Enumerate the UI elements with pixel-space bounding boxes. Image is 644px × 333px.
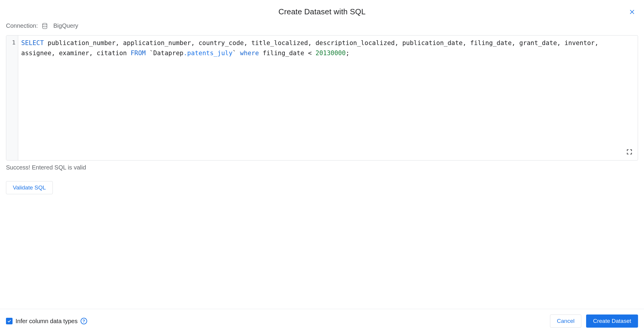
sql-schema: Dataprep — [153, 50, 184, 57]
sql-table: patents_july — [187, 50, 232, 57]
sql-number: 20130000 — [315, 50, 346, 57]
checkmark-icon — [7, 319, 12, 323]
connection-name: BigQuery — [53, 22, 78, 29]
close-button[interactable] — [628, 8, 636, 16]
close-icon — [629, 9, 635, 15]
footer-left: Infer column data types ? — [6, 318, 87, 325]
editor-gutter: 1 — [6, 36, 18, 160]
footer-right: Cancel Create Dataset — [550, 314, 638, 328]
create-dataset-dialog: Create Dataset with SQL Connection: BigQ… — [0, 0, 644, 333]
svg-point-0 — [42, 23, 47, 25]
sql-keyword-from: FROM — [131, 50, 146, 57]
sql-terminator: ; — [346, 50, 349, 57]
connection-label: Connection: — [6, 22, 38, 29]
line-number: 1 — [6, 38, 18, 47]
dialog-header: Create Dataset with SQL — [0, 0, 644, 22]
help-icon[interactable]: ? — [81, 318, 87, 324]
validate-sql-button[interactable]: Validate SQL — [6, 181, 53, 194]
sql-backtick: ` — [232, 50, 240, 57]
dialog-footer: Infer column data types ? Cancel Create … — [0, 309, 644, 333]
validate-row: Validate SQL — [6, 181, 638, 194]
dialog-title: Create Dataset with SQL — [6, 7, 638, 16]
sql-condition: filing_date < — [259, 50, 316, 57]
validation-status: Success! Entered SQL is valid — [6, 164, 638, 171]
dialog-body: Connection: BigQuery 1 SELECT publicatio… — [0, 22, 644, 309]
expand-editor-button[interactable] — [625, 148, 634, 156]
infer-types-label: Infer column data types — [16, 318, 78, 325]
sql-keyword-where: where — [240, 50, 259, 57]
database-icon — [41, 23, 48, 29]
create-dataset-button[interactable]: Create Dataset — [586, 314, 638, 328]
sql-editor: 1 SELECT publication_number, application… — [6, 35, 638, 161]
expand-icon — [626, 149, 633, 155]
infer-types-checkbox[interactable] — [6, 318, 13, 324]
sql-keyword-select: SELECT — [21, 39, 44, 47]
sql-dot: . — [184, 50, 187, 57]
sql-backtick: ` — [146, 50, 153, 57]
sql-code-area[interactable]: SELECT publication_number, application_n… — [18, 36, 638, 160]
cancel-button[interactable]: Cancel — [550, 314, 581, 328]
connection-row: Connection: BigQuery — [6, 22, 638, 29]
